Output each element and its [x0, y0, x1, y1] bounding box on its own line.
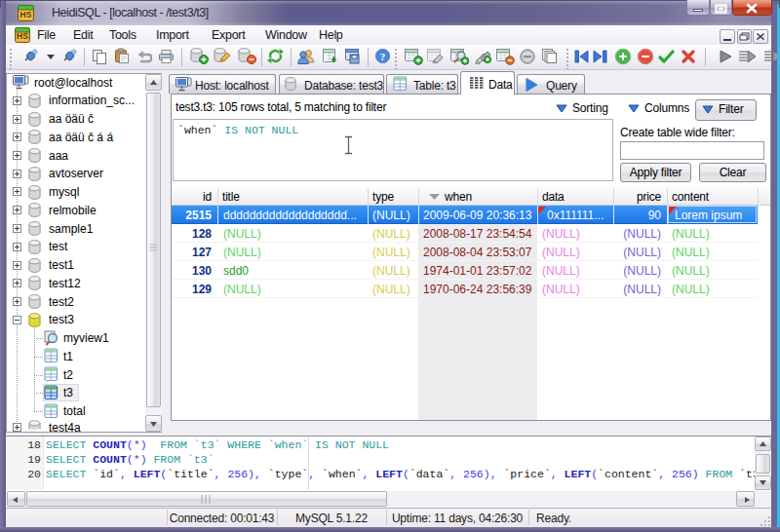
svg-text:?: ? [380, 51, 386, 62]
svg-text:HS: HS [20, 10, 32, 19]
svg-text:HS: HS [17, 31, 28, 41]
